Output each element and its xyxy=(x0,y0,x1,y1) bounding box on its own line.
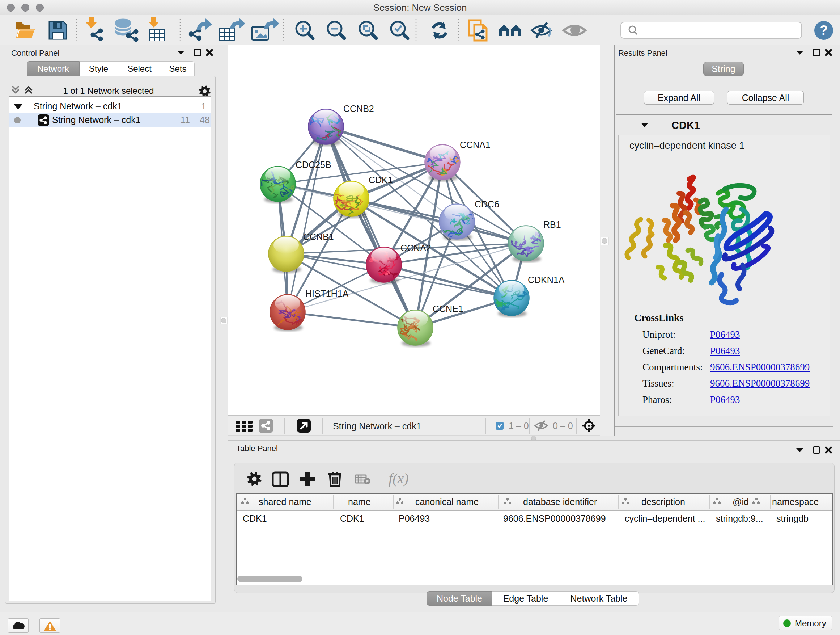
svg-text:CDC25B: CDC25B xyxy=(295,160,332,170)
svg-text:CDK1: CDK1 xyxy=(369,175,393,185)
svg-text:HIST1H1A: HIST1H1A xyxy=(305,288,349,299)
svg-text:CDC6: CDC6 xyxy=(475,199,499,209)
svg-text:CCNA1: CCNA1 xyxy=(460,140,491,150)
svg-text:RB1: RB1 xyxy=(543,219,561,230)
svg-text:String Network – cdk1: String Network – cdk1 xyxy=(333,421,422,431)
svg-text:0 – 0: 0 – 0 xyxy=(553,421,573,431)
svg-text:CCNB2: CCNB2 xyxy=(343,103,374,114)
svg-text:CCNB1: CCNB1 xyxy=(303,232,334,242)
svg-text:CDKN1A: CDKN1A xyxy=(528,275,565,285)
svg-text:1 – 0: 1 – 0 xyxy=(508,421,529,431)
svg-text:CCNA2: CCNA2 xyxy=(401,243,431,253)
svg-text:?: ? xyxy=(820,23,828,38)
svg-text:CCNE1: CCNE1 xyxy=(433,304,463,314)
svg-text:f(x): f(x) xyxy=(388,470,409,486)
